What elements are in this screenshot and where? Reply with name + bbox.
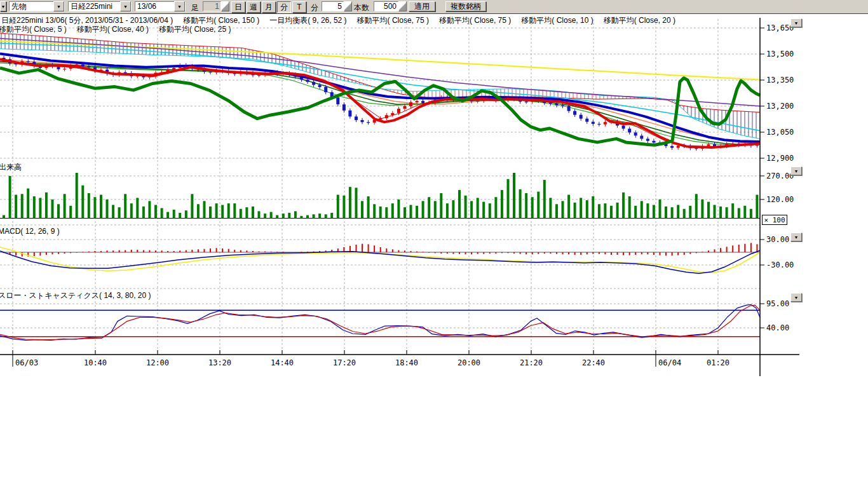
svg-text:40.00: 40.00 [766,323,789,332]
period-button-月[interactable]: 月 [262,1,276,13]
count-label: 本数 [354,3,369,13]
svg-text:120.00: 120.00 [766,195,794,204]
stoch-panel-dropdown-button[interactable]: ▼ [790,293,802,302]
instrument-type-value: 先物 [10,1,53,12]
trading-app-window: { "toolbar": { "instrument_type": "先物", … [0,0,868,488]
svg-text:13,200: 13,200 [766,102,794,111]
bar-interval-value: 1 [203,1,221,11]
svg-text:22:40: 22:40 [582,358,605,367]
contract-month-select[interactable]: 13/06 ▼ [135,1,186,11]
svg-text:13,350: 13,350 [766,76,794,85]
svg-text:13,500: 13,500 [766,50,794,58]
svg-text:17:20: 17:20 [333,358,356,367]
period-button-日[interactable]: 日 [231,1,245,13]
spin-button[interactable] [344,1,352,11]
multi-symbol-button[interactable]: 複数銘柄 [445,1,486,11]
partial-combo-arrow-icon[interactable]: ▼ [0,1,6,11]
spin-button [221,1,229,11]
main-toolbar: ▼ 先物 ▼ 日経225mini ▼ 13/06 ▼ 足 1 日週月分T 分 5… [0,0,868,14]
macd-panel-dropdown-button[interactable]: ▼ [790,233,802,241]
minute-stepper[interactable]: 5 [322,1,352,11]
bar-label: 足 [191,3,199,13]
svg-text:95.00: 95.00 [766,299,789,308]
svg-text:06/03: 06/03 [15,358,38,367]
svg-text:-30.00: -30.00 [766,261,794,269]
svg-text:10:40: 10:40 [84,358,107,367]
combo-arrow-icon[interactable]: ▼ [174,1,185,11]
svg-text:06/04: 06/04 [658,358,681,367]
volume-multiplier-badge: × 100 [762,215,787,225]
instrument-type-select[interactable]: 先物 ▼ [9,1,65,11]
svg-text:30.00: 30.00 [766,235,789,244]
svg-text:18:40: 18:40 [395,358,418,367]
instrument-value: 日経225mini [69,1,120,12]
contract-month-value: 13/06 [135,2,174,11]
period-button-T[interactable]: T [292,1,306,13]
minute-label: 分 [311,3,318,13]
svg-text:12:00: 12:00 [146,358,169,367]
period-button-週[interactable]: 週 [247,1,261,13]
spin-button[interactable] [398,1,407,11]
count-value: 500 [374,1,398,11]
apply-button[interactable]: 適用 [409,1,435,11]
combo-arrow-icon[interactable]: ▼ [53,1,64,11]
price-panel-dropdown-button[interactable]: ▼ [790,18,802,27]
svg-text:270.00: 270.00 [766,172,794,180]
chart-canvas[interactable]: 13,65013,50013,35013,20013,05012,900270.… [0,0,868,488]
bar-interval-stepper: 1 [203,1,229,11]
svg-text:21:20: 21:20 [520,358,543,367]
instrument-select[interactable]: 日経225mini ▼ [68,1,132,11]
count-stepper[interactable]: 500 [374,1,407,11]
svg-text:14:40: 14:40 [271,358,294,367]
period-button-group: 日週月分T [231,1,306,13]
svg-text:20:00: 20:00 [458,358,480,367]
volume-panel-dropdown-button[interactable]: ▼ [790,166,802,175]
combo-arrow-icon[interactable]: ▼ [120,1,131,11]
svg-text:01:20: 01:20 [707,358,729,367]
svg-text:12,900: 12,900 [766,154,794,163]
svg-text:13:20: 13:20 [208,358,231,367]
minute-value: 5 [322,1,344,11]
svg-text:13,050: 13,050 [766,128,794,137]
svg-text:13,650: 13,650 [766,24,794,32]
period-button-分[interactable]: 分 [277,1,291,13]
